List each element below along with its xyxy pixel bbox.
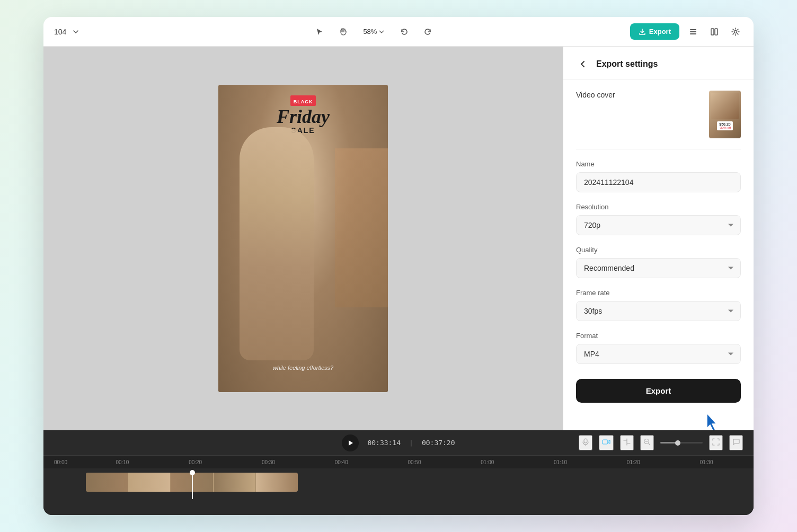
ruler-40: 00:40 xyxy=(305,459,378,465)
split-tool-icon xyxy=(623,438,631,446)
svg-point-5 xyxy=(734,30,737,33)
svg-rect-3 xyxy=(711,29,714,35)
app-window: 104 58% xyxy=(43,17,754,515)
black-label: BLACK xyxy=(294,99,313,104)
cursor-icon xyxy=(315,28,324,36)
cursor-tool-btn[interactable] xyxy=(312,24,327,39)
timeline-area: 00:33:14 | 00:37:20 xyxy=(43,430,754,515)
cursor-indicator xyxy=(705,412,722,430)
name-label: Name xyxy=(576,160,741,168)
framerate-field-group: Frame rate 30fps 24fps 60fps xyxy=(576,289,741,321)
layout-split-btn[interactable] xyxy=(707,24,722,39)
friday-label: Friday xyxy=(235,107,371,126)
resolution-label: Resolution xyxy=(576,203,741,211)
toolbar: 104 58% xyxy=(43,17,754,47)
layout-list-btn[interactable] xyxy=(686,24,701,39)
format-field-group: Format MP4 MOV GIF WebM xyxy=(576,332,741,364)
video-preview: BLACK Friday SALE while feeling effortle… xyxy=(218,85,388,392)
chevron-down-icon xyxy=(73,29,79,35)
divider-after-cover xyxy=(576,149,741,149)
timeline-tracks xyxy=(43,468,754,515)
split-btn[interactable] xyxy=(620,435,634,450)
video-text-overlay: BLACK Friday SALE xyxy=(235,95,371,135)
resolution-select[interactable]: 720p 1080p 480p 360p xyxy=(576,215,741,235)
export-action-btn[interactable]: Export xyxy=(576,379,741,403)
play-btn[interactable] xyxy=(342,435,359,451)
microphone-icon xyxy=(582,438,589,446)
video-cover-section: Video cover $50.20 -30% off xyxy=(576,91,741,138)
ruler-110: 01:10 xyxy=(524,459,597,465)
svg-rect-2 xyxy=(690,33,696,34)
framerate-select[interactable]: 30fps 24fps 60fps xyxy=(576,301,741,321)
timeline-controls: 00:33:14 | 00:37:20 xyxy=(43,430,754,456)
ruler-50: 00:50 xyxy=(378,459,451,465)
format-label: Format xyxy=(576,332,741,340)
quality-label: Quality xyxy=(576,246,741,254)
cover-price-tag: $50.20 -30% off xyxy=(717,121,733,130)
ruler-start: 00:00 xyxy=(54,459,86,465)
video-cover-label: Video cover xyxy=(576,91,615,99)
panel-back-btn[interactable] xyxy=(576,57,590,71)
total-time: 00:37:20 xyxy=(422,439,455,447)
video-cover-thumb[interactable]: $50.20 -30% off xyxy=(709,91,741,138)
svg-rect-4 xyxy=(715,29,718,35)
timeline-ruler: 00:00 00:10 00:20 00:30 00:40 00:50 01:0… xyxy=(43,456,754,468)
undo-icon xyxy=(400,28,409,36)
cursor-arrow-icon xyxy=(705,412,722,430)
quality-select[interactable]: Recommended High Medium Low xyxy=(576,258,741,278)
project-title: 104 xyxy=(54,28,66,36)
comment-icon xyxy=(732,438,740,446)
framerate-select-wrapper: 30fps 24fps 60fps xyxy=(576,301,741,321)
comment-btn[interactable] xyxy=(729,435,743,450)
redo-btn[interactable] xyxy=(420,24,435,39)
ruler-20: 00:20 xyxy=(159,459,232,465)
settings-btn[interactable] xyxy=(728,24,743,39)
back-icon xyxy=(578,59,588,69)
framerate-label: Frame rate xyxy=(576,289,741,297)
ruler-10: 00:10 xyxy=(86,459,159,465)
resolution-select-wrapper: 720p 1080p 480p 360p xyxy=(576,215,741,235)
toolbar-center: 58% xyxy=(124,24,624,39)
name-input[interactable] xyxy=(576,172,741,192)
gear-icon xyxy=(731,28,740,36)
panel-header: Export settings xyxy=(563,47,754,80)
panel-body: Video cover $50.20 -30% off xyxy=(563,80,754,413)
zoom-slider[interactable] xyxy=(660,442,703,444)
fullscreen-icon xyxy=(712,438,720,446)
fullscreen-btn[interactable] xyxy=(709,435,723,450)
format-select[interactable]: MP4 MOV GIF WebM xyxy=(576,344,741,364)
export-btn[interactable]: Export xyxy=(630,23,679,40)
zoom-minus-icon xyxy=(643,438,651,446)
svg-rect-1 xyxy=(690,31,696,32)
export-panel: Export settings Video cover $50.20 -30% … xyxy=(563,47,754,430)
svg-rect-0 xyxy=(690,29,696,30)
hand-icon xyxy=(339,28,347,36)
resolution-field-group: Resolution 720p 1080p 480p 360p xyxy=(576,203,741,235)
playhead xyxy=(192,473,193,499)
video-cam-btn[interactable] xyxy=(599,435,614,450)
playhead-head xyxy=(190,470,195,475)
split-icon xyxy=(710,28,719,36)
zoom-chevron-icon xyxy=(379,29,384,34)
subtitle-text: while feeling effortless? xyxy=(273,365,333,371)
canvas-area: BLACK Friday SALE while feeling effortle… xyxy=(43,47,563,430)
zoom-minus-btn[interactable] xyxy=(640,435,654,450)
microphone-btn[interactable] xyxy=(579,435,592,450)
list-icon xyxy=(689,28,697,36)
export-icon xyxy=(639,28,646,36)
ruler-100: 01:00 xyxy=(451,459,524,465)
format-select-wrapper: MP4 MOV GIF WebM xyxy=(576,344,741,364)
svg-rect-6 xyxy=(584,439,587,443)
main-content: BLACK Friday SALE while feeling effortle… xyxy=(43,47,754,430)
export-btn-label: Export xyxy=(649,28,671,36)
panel-title: Export settings xyxy=(596,59,658,69)
hand-tool-btn[interactable] xyxy=(335,24,350,39)
quality-field-group: Quality Recommended High Medium Low xyxy=(576,246,741,278)
redo-icon xyxy=(423,28,432,36)
timeline-controls-right xyxy=(579,435,743,450)
name-field-group: Name xyxy=(576,160,741,192)
zoom-selector[interactable]: 58% xyxy=(359,25,388,38)
ruler-30: 00:30 xyxy=(232,459,305,465)
undo-btn[interactable] xyxy=(397,24,412,39)
title-dropdown-btn[interactable] xyxy=(69,25,82,38)
